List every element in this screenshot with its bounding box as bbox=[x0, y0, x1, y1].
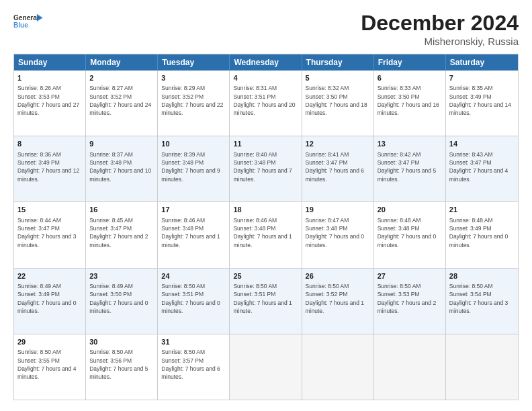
header-day-thursday: Thursday bbox=[302, 54, 374, 71]
cell-info: Sunrise: 8:32 AM Sunset: 3:50 PM Dayligh… bbox=[306, 84, 370, 117]
cell-info: Sunrise: 8:27 AM Sunset: 3:52 PM Dayligh… bbox=[89, 84, 154, 117]
day-number: 23 bbox=[89, 271, 154, 281]
calendar-cell-dec-10: 10Sunrise: 8:39 AM Sunset: 3:48 PM Dayli… bbox=[158, 136, 230, 201]
calendar-cell-dec-20: 20Sunrise: 8:48 AM Sunset: 3:48 PM Dayli… bbox=[374, 202, 446, 267]
cell-info: Sunrise: 8:50 AM Sunset: 3:54 PM Dayligh… bbox=[449, 282, 515, 315]
general-blue-logo: General Blue bbox=[13, 11, 44, 34]
cell-info: Sunrise: 8:50 AM Sunset: 3:51 PM Dayligh… bbox=[161, 282, 226, 315]
calendar-cell-dec-27: 27Sunrise: 8:50 AM Sunset: 3:53 PM Dayli… bbox=[374, 269, 446, 334]
cell-info: Sunrise: 8:37 AM Sunset: 3:48 PM Dayligh… bbox=[89, 150, 154, 183]
cell-info: Sunrise: 8:49 AM Sunset: 3:50 PM Dayligh… bbox=[89, 282, 154, 315]
cell-info: Sunrise: 8:50 AM Sunset: 3:57 PM Dayligh… bbox=[161, 348, 226, 381]
calendar-cell-dec-15: 15Sunrise: 8:44 AM Sunset: 3:47 PM Dayli… bbox=[14, 202, 86, 267]
day-number: 17 bbox=[161, 205, 226, 215]
cell-info: Sunrise: 8:47 AM Sunset: 3:48 PM Dayligh… bbox=[306, 216, 370, 249]
cell-info: Sunrise: 8:31 AM Sunset: 3:51 PM Dayligh… bbox=[233, 84, 298, 117]
day-number: 30 bbox=[89, 337, 154, 347]
cell-info: Sunrise: 8:39 AM Sunset: 3:48 PM Dayligh… bbox=[161, 150, 226, 183]
calendar-cell-dec-3: 3Sunrise: 8:29 AM Sunset: 3:52 PM Daylig… bbox=[158, 71, 230, 136]
calendar-cell-dec-8: 8Sunrise: 8:36 AM Sunset: 3:49 PM Daylig… bbox=[14, 136, 86, 201]
calendar-cell-dec-30: 30Sunrise: 8:50 AM Sunset: 3:56 PM Dayli… bbox=[86, 334, 158, 400]
subtitle: Misheronskiy, Russia bbox=[361, 36, 519, 47]
cell-info: Sunrise: 8:50 AM Sunset: 3:52 PM Dayligh… bbox=[306, 282, 370, 315]
day-number: 21 bbox=[449, 205, 515, 215]
day-number: 9 bbox=[89, 139, 154, 149]
cell-info: Sunrise: 8:50 AM Sunset: 3:56 PM Dayligh… bbox=[89, 348, 154, 381]
header-day-saturday: Saturday bbox=[446, 54, 518, 71]
day-number: 12 bbox=[306, 139, 370, 149]
logo: General Blue bbox=[13, 11, 44, 34]
cell-info: Sunrise: 8:45 AM Sunset: 3:47 PM Dayligh… bbox=[89, 216, 154, 249]
calendar-cell-dec-18: 18Sunrise: 8:46 AM Sunset: 3:48 PM Dayli… bbox=[230, 202, 302, 267]
calendar-body: 1Sunrise: 8:26 AM Sunset: 3:53 PM Daylig… bbox=[14, 71, 518, 400]
day-number: 2 bbox=[89, 73, 154, 83]
calendar-cell-dec-29: 29Sunrise: 8:50 AM Sunset: 3:55 PM Dayli… bbox=[14, 334, 86, 400]
svg-text:Blue: Blue bbox=[13, 21, 28, 29]
calendar-cell-dec-14: 14Sunrise: 8:43 AM Sunset: 3:47 PM Dayli… bbox=[446, 136, 518, 201]
day-number: 16 bbox=[89, 205, 154, 215]
day-number: 24 bbox=[161, 271, 226, 281]
cell-info: Sunrise: 8:43 AM Sunset: 3:47 PM Dayligh… bbox=[449, 150, 515, 183]
cell-info: Sunrise: 8:33 AM Sunset: 3:50 PM Dayligh… bbox=[378, 84, 442, 117]
calendar-cell-dec-23: 23Sunrise: 8:49 AM Sunset: 3:50 PM Dayli… bbox=[86, 269, 158, 334]
day-number: 18 bbox=[233, 205, 298, 215]
day-number: 6 bbox=[378, 73, 442, 83]
calendar-row-2: 8Sunrise: 8:36 AM Sunset: 3:49 PM Daylig… bbox=[14, 136, 518, 201]
cell-info: Sunrise: 8:42 AM Sunset: 3:47 PM Dayligh… bbox=[378, 150, 442, 183]
calendar-cell-dec-26: 26Sunrise: 8:50 AM Sunset: 3:52 PM Dayli… bbox=[302, 269, 374, 334]
calendar-cell-dec-11: 11Sunrise: 8:40 AM Sunset: 3:48 PM Dayli… bbox=[230, 136, 302, 201]
calendar-cell-dec-5: 5Sunrise: 8:32 AM Sunset: 3:50 PM Daylig… bbox=[302, 71, 374, 136]
page: General Blue December 2024 Misheronskiy,… bbox=[0, 0, 532, 411]
day-number: 22 bbox=[17, 271, 82, 281]
day-number: 10 bbox=[161, 139, 226, 149]
day-number: 19 bbox=[306, 205, 370, 215]
calendar-cell-dec-22: 22Sunrise: 8:49 AM Sunset: 3:49 PM Dayli… bbox=[14, 269, 86, 334]
calendar-cell-dec-16: 16Sunrise: 8:45 AM Sunset: 3:47 PM Dayli… bbox=[86, 202, 158, 267]
header-day-sunday: Sunday bbox=[14, 54, 86, 71]
cell-info: Sunrise: 8:50 AM Sunset: 3:53 PM Dayligh… bbox=[378, 282, 442, 315]
day-number: 25 bbox=[233, 271, 298, 281]
calendar: SundayMondayTuesdayWednesdayThursdayFrid… bbox=[13, 54, 519, 400]
cell-info: Sunrise: 8:41 AM Sunset: 3:47 PM Dayligh… bbox=[306, 150, 370, 183]
calendar-cell-dec-4: 4Sunrise: 8:31 AM Sunset: 3:51 PM Daylig… bbox=[230, 71, 302, 136]
header-day-tuesday: Tuesday bbox=[158, 54, 230, 71]
calendar-row-4: 22Sunrise: 8:49 AM Sunset: 3:49 PM Dayli… bbox=[14, 268, 518, 334]
calendar-row-3: 15Sunrise: 8:44 AM Sunset: 3:47 PM Dayli… bbox=[14, 201, 518, 267]
empty-cell bbox=[374, 334, 446, 400]
calendar-cell-dec-19: 19Sunrise: 8:47 AM Sunset: 3:48 PM Dayli… bbox=[302, 202, 374, 267]
calendar-cell-dec-6: 6Sunrise: 8:33 AM Sunset: 3:50 PM Daylig… bbox=[374, 71, 446, 136]
calendar-cell-dec-28: 28Sunrise: 8:50 AM Sunset: 3:54 PM Dayli… bbox=[446, 269, 518, 334]
cell-info: Sunrise: 8:26 AM Sunset: 3:53 PM Dayligh… bbox=[17, 84, 82, 117]
calendar-header: SundayMondayTuesdayWednesdayThursdayFrid… bbox=[14, 54, 518, 71]
day-number: 7 bbox=[449, 73, 515, 83]
calendar-cell-dec-24: 24Sunrise: 8:50 AM Sunset: 3:51 PM Dayli… bbox=[158, 269, 230, 334]
calendar-cell-dec-13: 13Sunrise: 8:42 AM Sunset: 3:47 PM Dayli… bbox=[374, 136, 446, 201]
header-day-monday: Monday bbox=[86, 54, 158, 71]
empty-cell bbox=[302, 334, 374, 400]
calendar-row-5: 29Sunrise: 8:50 AM Sunset: 3:55 PM Dayli… bbox=[14, 334, 518, 400]
svg-text:General: General bbox=[13, 14, 39, 21]
calendar-row-1: 1Sunrise: 8:26 AM Sunset: 3:53 PM Daylig… bbox=[14, 71, 518, 136]
calendar-cell-dec-7: 7Sunrise: 8:35 AM Sunset: 3:49 PM Daylig… bbox=[446, 71, 518, 136]
main-title: December 2024 bbox=[361, 11, 519, 36]
day-number: 5 bbox=[306, 73, 370, 83]
cell-info: Sunrise: 8:48 AM Sunset: 3:49 PM Dayligh… bbox=[449, 216, 515, 249]
day-number: 29 bbox=[17, 337, 82, 347]
day-number: 31 bbox=[161, 337, 226, 347]
day-number: 20 bbox=[378, 205, 442, 215]
cell-info: Sunrise: 8:46 AM Sunset: 3:48 PM Dayligh… bbox=[161, 216, 226, 249]
calendar-cell-dec-31: 31Sunrise: 8:50 AM Sunset: 3:57 PM Dayli… bbox=[158, 334, 230, 400]
cell-info: Sunrise: 8:50 AM Sunset: 3:51 PM Dayligh… bbox=[233, 282, 298, 315]
day-number: 8 bbox=[17, 139, 82, 149]
header-day-wednesday: Wednesday bbox=[230, 54, 302, 71]
header: General Blue December 2024 Misheronskiy,… bbox=[13, 11, 519, 47]
cell-info: Sunrise: 8:29 AM Sunset: 3:52 PM Dayligh… bbox=[161, 84, 226, 117]
cell-info: Sunrise: 8:50 AM Sunset: 3:55 PM Dayligh… bbox=[17, 348, 82, 381]
day-number: 11 bbox=[233, 139, 298, 149]
cell-info: Sunrise: 8:44 AM Sunset: 3:47 PM Dayligh… bbox=[17, 216, 82, 249]
empty-cell bbox=[230, 334, 302, 400]
header-day-friday: Friday bbox=[374, 54, 446, 71]
cell-info: Sunrise: 8:46 AM Sunset: 3:48 PM Dayligh… bbox=[233, 216, 298, 249]
calendar-cell-dec-9: 9Sunrise: 8:37 AM Sunset: 3:48 PM Daylig… bbox=[86, 136, 158, 201]
calendar-cell-dec-25: 25Sunrise: 8:50 AM Sunset: 3:51 PM Dayli… bbox=[230, 269, 302, 334]
